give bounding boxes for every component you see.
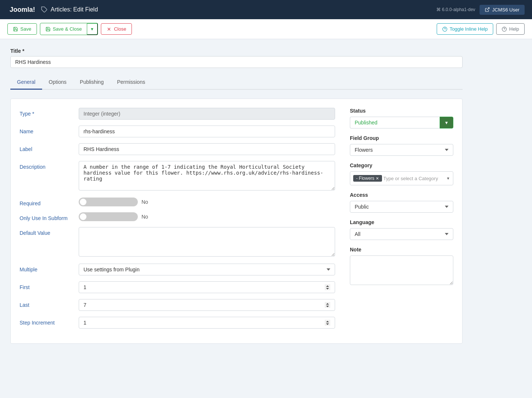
user-menu-button[interactable]: JCMS6 User bbox=[480, 5, 525, 15]
save-close-group: Save & Close ▾ bbox=[40, 23, 98, 35]
description-control-wrap bbox=[79, 161, 335, 192]
access-label: Access bbox=[350, 192, 453, 198]
step-label: Step Increment bbox=[20, 317, 79, 326]
default-value-label: Default Value bbox=[20, 227, 79, 236]
required-slider bbox=[79, 198, 138, 206]
toolbar: Save Save & Close ▾ Close Toggle Inline … bbox=[0, 19, 532, 39]
name-control-wrap bbox=[79, 126, 335, 137]
category-input-wrap[interactable]: - Flowers × Type or select a Category ▾ bbox=[350, 171, 453, 185]
nav-right: ⌘ 6.0.0-alpha1-dev JCMS6 User bbox=[436, 5, 525, 15]
category-placeholder: Type or select a Category bbox=[383, 176, 438, 181]
brand-name: Joomla! bbox=[10, 6, 35, 14]
required-value: No bbox=[141, 199, 148, 205]
status-select[interactable]: Published bbox=[350, 117, 440, 128]
page-title-text: Articles: Edit Field bbox=[51, 6, 98, 13]
top-navigation: J! Joomla! Articles: Edit Field ⌘ 6.0.0-… bbox=[0, 0, 532, 19]
form-right: Status Published ▾ Field Group Flowers bbox=[350, 108, 453, 293]
tab-permissions[interactable]: Permissions bbox=[110, 75, 152, 90]
save-close-button[interactable]: Save & Close bbox=[40, 23, 88, 35]
default-value-textarea[interactable] bbox=[79, 227, 335, 257]
subform-control-wrap: No bbox=[79, 212, 335, 221]
last-control-wrap bbox=[79, 299, 335, 311]
step-input[interactable] bbox=[79, 317, 335, 329]
language-label: Language bbox=[350, 219, 453, 225]
main-content: Title * General Options Publishing Permi… bbox=[0, 39, 473, 353]
save-label: Save bbox=[20, 26, 31, 32]
subform-slider bbox=[79, 212, 138, 221]
access-select[interactable]: Public bbox=[350, 201, 453, 213]
toggle-help-button[interactable]: Toggle Inline Help bbox=[437, 23, 493, 35]
last-label: Last bbox=[20, 299, 79, 308]
required-toggle[interactable] bbox=[79, 198, 138, 206]
type-row: Type * bbox=[20, 108, 335, 120]
close-button[interactable]: Close bbox=[101, 23, 132, 35]
required-label: Required bbox=[20, 198, 79, 206]
category-tag-remove[interactable]: × bbox=[376, 176, 379, 181]
default-value-wrap bbox=[79, 227, 335, 258]
default-value-row: Default Value bbox=[20, 227, 335, 258]
tab-options[interactable]: Options bbox=[42, 75, 73, 90]
title-label: Title * bbox=[10, 48, 463, 54]
type-control-wrap bbox=[79, 108, 335, 120]
tab-general[interactable]: General bbox=[10, 75, 42, 90]
multiple-select[interactable]: Use settings from Plugin bbox=[79, 264, 335, 275]
first-label: First bbox=[20, 281, 79, 290]
save-close-label: Save & Close bbox=[53, 26, 82, 32]
required-row: Required No bbox=[20, 198, 335, 206]
subform-label: Only Use In Subform bbox=[20, 212, 79, 221]
save-close-dropdown[interactable]: ▾ bbox=[87, 23, 98, 35]
close-label: Close bbox=[114, 26, 126, 32]
last-input[interactable] bbox=[79, 299, 335, 311]
close-icon bbox=[106, 27, 112, 32]
label-input[interactable] bbox=[79, 143, 335, 155]
status-label: Status bbox=[350, 108, 453, 114]
help-group: Toggle Inline Help Help bbox=[437, 23, 525, 35]
type-label: Type * bbox=[20, 108, 79, 117]
brand-logo: J! Joomla! bbox=[7, 6, 35, 14]
name-input[interactable] bbox=[79, 126, 335, 137]
first-input[interactable] bbox=[79, 281, 335, 293]
help-button[interactable]: Help bbox=[496, 23, 525, 35]
language-select[interactable]: All bbox=[350, 228, 453, 240]
category-tag-text: - Flowers bbox=[356, 176, 374, 181]
type-input bbox=[79, 108, 335, 120]
title-group: Title * bbox=[10, 48, 463, 68]
description-row: Description bbox=[20, 161, 335, 192]
required-control-wrap: No bbox=[79, 198, 335, 206]
save-button[interactable]: Save bbox=[7, 23, 37, 35]
subform-toggle[interactable] bbox=[79, 212, 138, 221]
multiple-control-wrap: Use settings from Plugin bbox=[79, 264, 335, 275]
help-label: Help bbox=[509, 26, 519, 32]
question-icon bbox=[502, 27, 507, 32]
title-input[interactable] bbox=[10, 56, 463, 68]
form-layout: Type * Name Label bbox=[20, 108, 453, 334]
puzzle-icon bbox=[41, 6, 48, 13]
save-close-icon bbox=[45, 27, 51, 32]
status-section: Status Published ▾ bbox=[350, 108, 453, 128]
field-group-select[interactable]: Flowers bbox=[350, 144, 453, 156]
tab-publishing[interactable]: Publishing bbox=[73, 75, 110, 90]
status-dropdown-btn[interactable]: ▾ bbox=[440, 117, 453, 128]
step-row: Step Increment bbox=[20, 317, 335, 329]
svg-line-3 bbox=[487, 8, 489, 10]
toggle-help-label: Toggle Inline Help bbox=[450, 26, 488, 32]
category-section: Category - Flowers × Type or select a Ca… bbox=[350, 162, 453, 185]
help-circle-icon bbox=[442, 27, 447, 32]
label-label: Label bbox=[20, 143, 79, 152]
last-row: Last bbox=[20, 299, 335, 311]
note-input[interactable] bbox=[350, 255, 453, 285]
save-icon bbox=[13, 27, 18, 32]
user-label: JCMS6 User bbox=[492, 7, 519, 13]
category-chevron-icon: ▾ bbox=[447, 176, 449, 181]
first-row: First bbox=[20, 281, 335, 293]
language-section: Language All bbox=[350, 219, 453, 240]
field-group-label: Field Group bbox=[350, 135, 453, 141]
label-control-wrap bbox=[79, 143, 335, 155]
form-left: Type * Name Label bbox=[20, 108, 335, 334]
external-link-icon bbox=[485, 7, 490, 12]
note-section: Note bbox=[350, 247, 453, 286]
status-select-wrap: Published ▾ bbox=[350, 117, 453, 128]
description-textarea[interactable] bbox=[79, 161, 335, 191]
subform-row: Only Use In Subform No bbox=[20, 212, 335, 221]
name-label: Name bbox=[20, 126, 79, 134]
